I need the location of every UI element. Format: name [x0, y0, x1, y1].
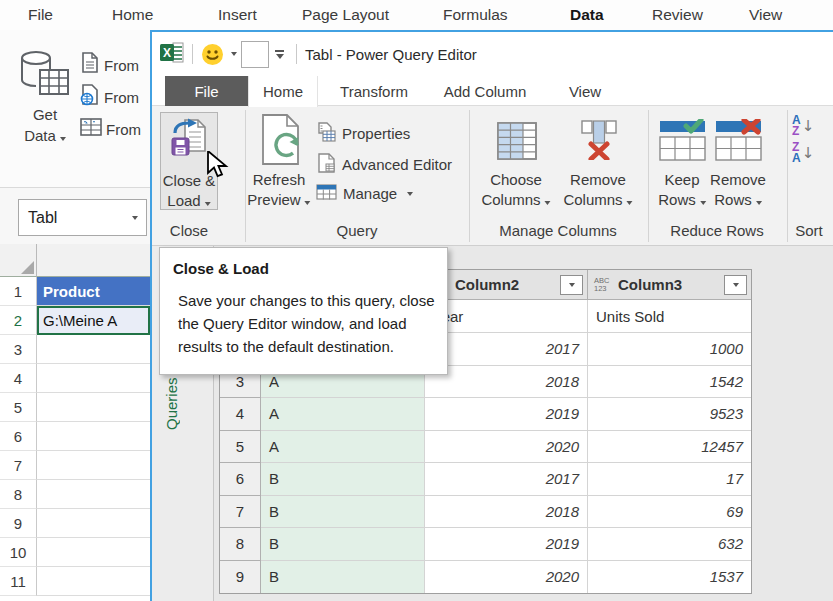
excel-row-header[interactable]: 7	[0, 451, 37, 480]
pq-row-number[interactable]: 4	[220, 398, 261, 431]
advanced-editor-button[interactable]: Advanced Editor	[317, 153, 452, 176]
remove-columns-button[interactable]: Remove Columns	[563, 170, 632, 210]
pq-row-number[interactable]: 5	[220, 431, 261, 464]
pq-cell-column3[interactable]: 69	[588, 496, 751, 529]
pq-cell-column1[interactable]: B	[261, 561, 425, 594]
pq-cell-column2[interactable]: Year	[425, 300, 588, 333]
pq-cell-column2[interactable]: 2020	[425, 561, 588, 594]
column-a-header[interactable]	[37, 244, 150, 277]
excel-cell-a1[interactable]: Product	[37, 277, 150, 306]
choose-columns-button[interactable]: Choose Columns	[481, 170, 550, 210]
excel-row-header[interactable]: 8	[0, 480, 37, 509]
pq-tab-file[interactable]: File	[165, 76, 248, 106]
pq-cell-column3[interactable]: 12457	[588, 431, 751, 464]
excel-cell-a11[interactable]	[37, 567, 150, 596]
excel-cell-a7[interactable]	[37, 451, 150, 480]
pq-cell-column3[interactable]: 1537	[588, 561, 751, 594]
advanced-editor-label: Advanced Editor	[342, 156, 452, 173]
pq-title-bar[interactable]: X Tabl - Power Query Editor	[152, 32, 833, 76]
name-box-caret-icon[interactable]	[132, 216, 138, 220]
excel-cell-a5[interactable]	[37, 393, 150, 422]
sort-ascending-button[interactable]: A Z ↓	[792, 115, 814, 137]
from-table-range-button[interactable]: From	[80, 116, 141, 142]
excel-tab-formulas[interactable]: Formulas	[443, 6, 508, 24]
feedback-smiley-button[interactable]	[201, 43, 237, 66]
pq-header-column3[interactable]: ABC123 Column3	[588, 270, 751, 300]
select-all-corner[interactable]	[0, 244, 37, 277]
customize-toolbar-button[interactable]	[275, 50, 284, 59]
excel-cell-a2[interactable]: G:\Meine A	[37, 306, 150, 335]
excel-cell-a8[interactable]	[37, 480, 150, 509]
pq-cell-column2[interactable]: 2020	[425, 431, 588, 464]
pq-cell-column1[interactable]: B	[261, 528, 425, 561]
filter-dropdown-button[interactable]	[724, 275, 747, 295]
sort-za-icon: Z A	[792, 142, 801, 164]
from-table-icon	[80, 117, 102, 141]
excel-row-header[interactable]: 2	[0, 306, 37, 335]
excel-tab-page-layout[interactable]: Page Layout	[302, 6, 389, 24]
pq-cell-column2[interactable]: 2019	[425, 528, 588, 561]
remove-rows-button[interactable]: Remove Rows	[710, 170, 766, 210]
pq-cell-column1[interactable]: A	[261, 398, 425, 431]
screen: File Home Insert Page Layout Formulas Da…	[0, 0, 833, 601]
pq-tab-view[interactable]: View	[540, 76, 630, 106]
get-data-button[interactable]: Get Data	[14, 50, 76, 146]
excel-tab-file[interactable]: File	[28, 6, 53, 24]
pq-cell-column1[interactable]: A	[261, 431, 425, 464]
manage-button[interactable]: Manage	[316, 184, 413, 203]
pq-row-number[interactable]: 7	[220, 496, 261, 529]
group-separator	[787, 110, 788, 242]
pq-cell-column2[interactable]: 2017	[425, 463, 588, 496]
group-label-manage-columns: Manage Columns	[499, 222, 617, 239]
pq-cell-column2[interactable]: 2017	[425, 333, 588, 366]
from-web-label: From	[104, 89, 139, 106]
from-web-button[interactable]: From	[80, 84, 139, 110]
quick-access-box[interactable]	[241, 41, 269, 68]
sort-descending-button[interactable]: Z A ↓	[792, 142, 814, 164]
pq-cell-column3[interactable]: 17	[588, 463, 751, 496]
keep-rows-button[interactable]: Keep Rows	[658, 170, 706, 210]
excel-cell-a9[interactable]	[37, 509, 150, 538]
excel-cell-a10[interactable]	[37, 538, 150, 567]
excel-logo-icon: X	[160, 42, 184, 67]
refresh-preview-button[interactable]: Refresh Preview	[247, 170, 310, 210]
excel-tab-data[interactable]: Data	[570, 6, 604, 24]
pq-row-number[interactable]: 8	[220, 528, 261, 561]
excel-row-header[interactable]: 6	[0, 422, 37, 451]
excel-tab-review[interactable]: Review	[652, 6, 703, 24]
pq-cell-column1[interactable]: B	[261, 496, 425, 529]
pq-cell-column2[interactable]: 2018	[425, 366, 588, 399]
excel-cell-a3[interactable]	[37, 335, 150, 364]
excel-tab-insert[interactable]: Insert	[218, 6, 257, 24]
excel-tab-view[interactable]: View	[749, 6, 782, 24]
excel-row-header[interactable]: 10	[0, 538, 37, 567]
excel-tab-home[interactable]: Home	[112, 6, 153, 24]
pq-cell-column2[interactable]: 2018	[425, 496, 588, 529]
excel-row-header[interactable]: 3	[0, 335, 37, 364]
from-text-csv-button[interactable]: From	[80, 52, 139, 78]
pq-header-column2[interactable]: ABC123 Column2	[425, 270, 588, 300]
refresh-preview-icon	[257, 114, 302, 170]
pq-cell-column3[interactable]: 9523	[588, 398, 751, 431]
excel-row-header[interactable]: 1	[0, 277, 37, 306]
pq-cell-column3[interactable]: 632	[588, 528, 751, 561]
excel-row-header[interactable]: 9	[0, 509, 37, 538]
pq-cell-column3[interactable]: 1542	[588, 366, 751, 399]
excel-cell-a4[interactable]	[37, 364, 150, 393]
excel-row-header[interactable]: 11	[0, 567, 37, 596]
filter-dropdown-button[interactable]	[560, 275, 583, 295]
excel-row-header[interactable]: 5	[0, 393, 37, 422]
pq-row-number[interactable]: 6	[220, 463, 261, 496]
pq-tab-transform[interactable]: Transform	[318, 76, 430, 106]
properties-button[interactable]: Properties	[317, 122, 410, 145]
pq-cell-column3[interactable]: 1000	[588, 333, 751, 366]
pq-cell-column1[interactable]: B	[261, 463, 425, 496]
pq-tab-home[interactable]: Home	[248, 76, 318, 107]
pq-cell-column2[interactable]: 2019	[425, 398, 588, 431]
pq-row-number[interactable]: 9	[220, 561, 261, 594]
excel-cell-a6[interactable]	[37, 422, 150, 451]
pq-tab-add-column[interactable]: Add Column	[430, 76, 540, 106]
excel-row-header[interactable]: 4	[0, 364, 37, 393]
pq-cell-column3[interactable]: Units Sold	[588, 300, 751, 333]
name-box[interactable]: Tabl	[18, 199, 147, 236]
